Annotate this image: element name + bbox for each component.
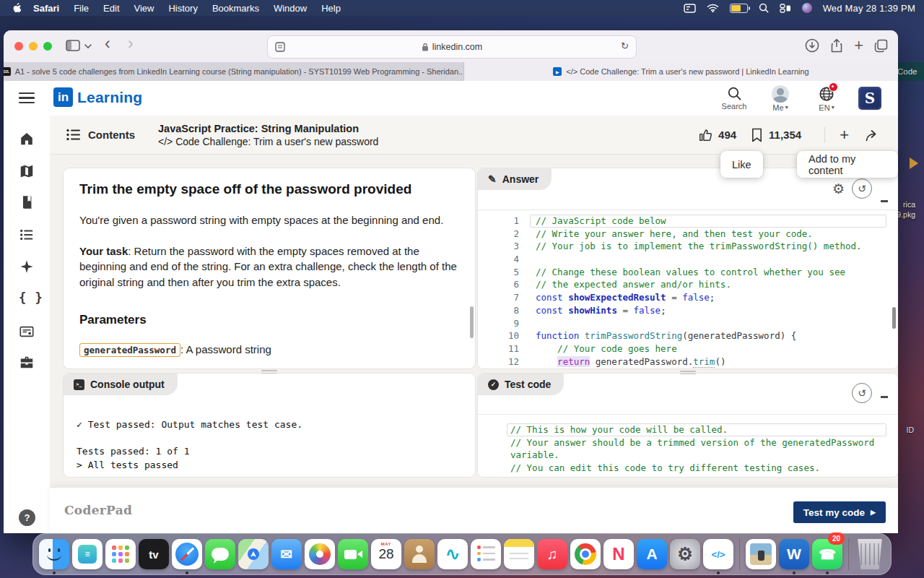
stage-manager-icon[interactable] xyxy=(780,4,791,13)
zoom-window-button[interactable] xyxy=(43,42,52,51)
dock-item-notes[interactable] xyxy=(504,536,534,572)
dock-item-photos[interactable] xyxy=(305,536,335,572)
sidebar-item-ai-sparkle[interactable] xyxy=(19,259,35,275)
dock-item-chrome[interactable] xyxy=(570,536,601,572)
hamburger-menu-icon[interactable] xyxy=(19,92,35,106)
tab-d2l-assignment[interactable]: D2L A1 - solve 5 code challenges from Li… xyxy=(4,62,464,81)
menu-bookmarks[interactable]: Bookmarks xyxy=(205,3,266,14)
test-code-editor[interactable]: // This is how your code will be called.… xyxy=(478,414,898,477)
dock-item-facetime[interactable] xyxy=(338,536,368,572)
wifi-icon[interactable] xyxy=(707,4,719,12)
pane-resize-grip[interactable] xyxy=(261,370,277,375)
code-line[interactable]: 2// Write your answer here, and then tes… xyxy=(478,228,898,241)
code-line[interactable]: // Your answer should be a trimmed versi… xyxy=(478,436,898,449)
code-line[interactable]: variable. xyxy=(478,449,898,462)
dock-item-system-settings[interactable]: ⚙ xyxy=(670,536,700,572)
editor-settings-gear-icon[interactable]: ⚙ xyxy=(832,182,845,196)
dock-item-contacts[interactable] xyxy=(404,536,435,572)
siri-icon[interactable] xyxy=(802,3,812,13)
collapse-pane-button[interactable] xyxy=(881,200,888,202)
bookmark-icon[interactable] xyxy=(751,128,763,142)
apple-menu-icon[interactable] xyxy=(10,2,22,14)
menu-edit[interactable]: Edit xyxy=(96,3,126,14)
tab-overview-icon[interactable] xyxy=(874,39,888,53)
battery-icon[interactable] xyxy=(730,4,748,13)
code-line[interactable]: 5// Change these boolean values to contr… xyxy=(478,266,898,279)
downloads-icon[interactable] xyxy=(805,38,819,53)
dock-item-maps[interactable] xyxy=(238,536,269,572)
dock-item-app-store[interactable]: A xyxy=(637,536,667,572)
close-window-button[interactable] xyxy=(14,42,23,51)
widget-icon[interactable] xyxy=(684,4,696,13)
code-line[interactable]: // You can edit this code to try differe… xyxy=(478,462,898,475)
code-line[interactable]: 4 xyxy=(478,253,898,266)
reset-code-button[interactable]: ↺ xyxy=(852,178,872,199)
code-line[interactable]: 10function trimPasswordString(generatedP… xyxy=(478,329,898,342)
menu-file[interactable]: File xyxy=(66,3,96,14)
dock-item-server-app[interactable]: ≡ xyxy=(72,536,103,572)
add-to-content-icon[interactable]: + xyxy=(840,128,849,142)
collapse-pane-button[interactable] xyxy=(881,396,888,398)
share-icon[interactable] xyxy=(830,38,843,53)
code-line[interactable]: 6// the expected answer and/or hints. xyxy=(478,278,898,291)
menu-view[interactable]: View xyxy=(127,3,162,14)
dock-item-preview-file[interactable] xyxy=(746,536,776,572)
new-tab-icon[interactable]: + xyxy=(854,39,863,52)
dock-item-freeform[interactable]: ∿ xyxy=(437,536,468,572)
contents-toggle[interactable]: Contents xyxy=(50,129,135,141)
description-scrollbar-thumb[interactable] xyxy=(470,306,474,338)
dock-item-music[interactable]: ♫ xyxy=(537,536,567,572)
dock-item-reminders[interactable] xyxy=(471,536,501,572)
menu-window[interactable]: Window xyxy=(266,3,314,14)
editor-scrollbar-thumb[interactable] xyxy=(892,307,896,329)
me-menu[interactable]: Me▾ xyxy=(766,85,795,112)
sidebar-item-jobs[interactable] xyxy=(19,355,35,371)
dock-item-word[interactable]: W xyxy=(779,536,809,572)
desktop-file-label[interactable]: ID xyxy=(907,426,915,434)
like-icon[interactable] xyxy=(698,128,712,142)
minimize-window-button[interactable] xyxy=(29,42,38,51)
forward-button[interactable]: › xyxy=(128,37,134,50)
desktop-file-label[interactable]: rica xyxy=(903,200,915,209)
desktop-file-label[interactable]: 9.pkg xyxy=(897,210,915,219)
dock-item-launchpad[interactable] xyxy=(105,536,136,572)
sidebar-toggle-icon[interactable] xyxy=(66,40,80,51)
code-line[interactable]: 3// Your job is to implement the trimPas… xyxy=(478,240,898,253)
dock-item-calendar[interactable]: MAY28 xyxy=(371,536,401,572)
dock-item-trash[interactable] xyxy=(855,536,885,572)
help-button[interactable]: ? xyxy=(19,509,35,526)
reset-test-code-button[interactable]: ↺ xyxy=(852,383,872,403)
dock-item-mail[interactable]: ✉ xyxy=(271,536,302,572)
search-button[interactable]: Search xyxy=(720,86,749,111)
address-bar[interactable]: linkedin.com ↻ xyxy=(267,35,637,59)
code-line[interactable]: 12 return generatedPassword.trim() xyxy=(478,355,898,368)
sheridan-logo[interactable]: S xyxy=(858,87,881,110)
back-button[interactable]: ‹ xyxy=(105,37,110,50)
sidebar-item-contents-list[interactable] xyxy=(19,227,35,243)
sidebar-item-certificate[interactable] xyxy=(19,324,35,340)
sidebar-item-code[interactable]: { } xyxy=(19,290,35,306)
dock-item-whatsapp[interactable]: ☎20 xyxy=(812,536,842,572)
dock-item-news[interactable]: N xyxy=(603,536,634,572)
code-line[interactable]: // This is how your code will be called. xyxy=(478,423,898,436)
reload-icon[interactable]: ↻ xyxy=(621,40,629,51)
code-line[interactable]: 1// JavaScript code below xyxy=(478,215,898,228)
code-line[interactable]: 9 xyxy=(478,317,898,330)
code-line[interactable]: 7const showExpectedResult = false; xyxy=(478,291,898,304)
language-menu[interactable]: EN▾ xyxy=(812,85,841,112)
dock-item-messages[interactable] xyxy=(205,536,235,572)
test-my-code-button[interactable]: Test my code▶ xyxy=(793,501,886,523)
menu-history[interactable]: History xyxy=(161,3,204,14)
dock-item-vscode[interactable]: </> xyxy=(703,536,733,572)
spotlight-icon[interactable] xyxy=(759,3,769,13)
tab-linkedin-learning[interactable]: ▶ </> Code Challenge: Trim a user's new … xyxy=(464,62,898,81)
menu-safari[interactable]: Safari xyxy=(26,3,66,14)
menu-clock[interactable]: Wed May 28 1:39 PM xyxy=(823,3,915,14)
sidebar-item-map[interactable] xyxy=(19,163,35,179)
code-line[interactable]: const generatedPassword = ' 9vud9z9WTb5R… xyxy=(478,475,898,477)
code-line[interactable]: 11 // Your code goes here xyxy=(478,342,898,355)
menu-help[interactable]: Help xyxy=(314,3,348,14)
share-forward-icon[interactable] xyxy=(865,129,880,142)
dock-item-finder[interactable] xyxy=(39,536,69,572)
pane-resize-grip[interactable] xyxy=(680,371,696,376)
